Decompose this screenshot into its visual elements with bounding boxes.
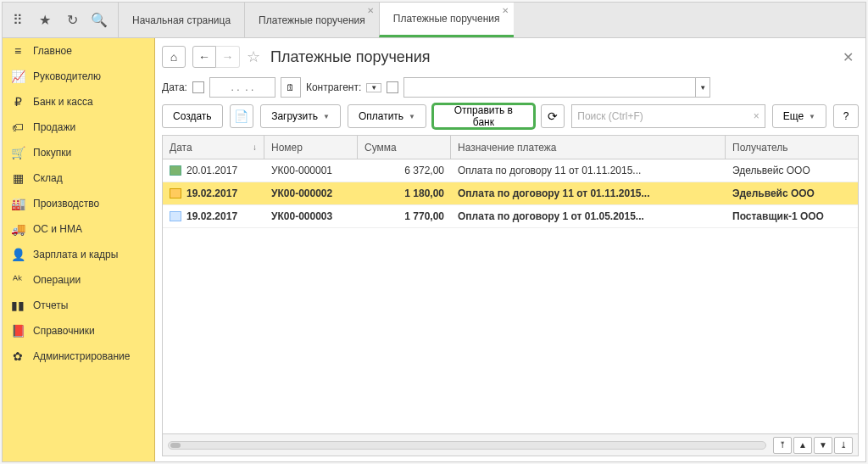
toolbar: Создать 📄 Загрузить▼ Оплатить▼ Отправить… bbox=[162, 104, 859, 128]
button-label: ? bbox=[843, 110, 849, 122]
nav-down-button[interactable]: ▼ bbox=[814, 437, 832, 454]
date-checkbox[interactable] bbox=[192, 81, 204, 93]
td-payee: Эдельвейс ООО bbox=[726, 165, 858, 176]
th-date[interactable]: Дата↓ bbox=[163, 136, 264, 159]
sidebar-item-label: Руководителю bbox=[33, 70, 101, 82]
book-icon: 📕 bbox=[11, 324, 25, 338]
sidebar-item-label: Склад bbox=[33, 172, 63, 184]
history-icon[interactable]: ↻ bbox=[62, 10, 82, 31]
status-icon bbox=[170, 165, 181, 176]
scroll-thumb[interactable] bbox=[170, 443, 181, 448]
table-footer: ⤒ ▲ ▼ ⤓ bbox=[163, 433, 858, 456]
button-label: Создать bbox=[173, 110, 212, 122]
date-input[interactable] bbox=[209, 77, 275, 98]
sidebar-item-production[interactable]: 🏭Производство bbox=[3, 191, 154, 216]
sidebar-item-manager[interactable]: 📈Руководителю bbox=[3, 64, 154, 89]
tag-icon: 🏷 bbox=[11, 120, 25, 134]
nav-up-button[interactable]: ▲ bbox=[793, 437, 812, 454]
sidebar-item-bank[interactable]: ₽Банк и касса bbox=[3, 89, 154, 115]
date-label: Дата: bbox=[162, 81, 187, 93]
more-button[interactable]: Еще▼ bbox=[772, 104, 826, 128]
close-panel-icon[interactable]: ✕ bbox=[837, 49, 859, 65]
filter-row: Дата: 🗓 Контрагент: ▼ ▼ bbox=[162, 77, 859, 98]
pay-button[interactable]: Оплатить▼ bbox=[348, 104, 426, 128]
td-number: УК00-000002 bbox=[264, 187, 358, 199]
contractor-input[interactable] bbox=[403, 77, 695, 98]
sidebar-item-label: Продажи bbox=[33, 121, 75, 133]
th-payee[interactable]: Получатель bbox=[726, 136, 858, 159]
search-input[interactable]: Поиск (Ctrl+F) × bbox=[571, 104, 765, 128]
load-button[interactable]: Загрузить▼ bbox=[260, 104, 341, 128]
contractor-type-combo[interactable]: ▼ bbox=[366, 83, 381, 92]
tab-start[interactable]: Начальная страница bbox=[118, 3, 244, 37]
help-button[interactable]: ? bbox=[833, 104, 859, 128]
td-sum: 1 180,00 bbox=[358, 187, 451, 199]
button-label: Еще bbox=[783, 110, 804, 122]
td-date: 20.01.2017 bbox=[163, 165, 264, 176]
tab-label: Платежные поручения bbox=[393, 13, 500, 25]
contractor-combo[interactable]: ▼ bbox=[403, 77, 710, 98]
truck-icon: 🚚 bbox=[11, 222, 25, 236]
tab-payments-2[interactable]: Платежные поручения ✕ bbox=[379, 3, 514, 37]
sidebar-item-reports[interactable]: ▮▮Отчеты bbox=[3, 293, 154, 318]
forward-button[interactable]: → bbox=[216, 46, 240, 68]
sidebar-item-purchases[interactable]: 🛒Покупки bbox=[3, 140, 154, 165]
send-to-bank-button[interactable]: Отправить в банк bbox=[433, 104, 534, 128]
gear-icon: ✿ bbox=[11, 349, 25, 363]
chevron-down-icon[interactable]: ▼ bbox=[695, 77, 710, 98]
contractor-label: Контрагент: bbox=[306, 81, 361, 93]
contractor-checkbox[interactable] bbox=[387, 81, 398, 93]
tab-label: Начальная страница bbox=[132, 14, 231, 26]
td-sum: 1 770,00 bbox=[358, 210, 451, 222]
status-icon bbox=[170, 211, 181, 221]
th-number[interactable]: Номер bbox=[264, 136, 358, 159]
sidebar-item-admin[interactable]: ✿Администрирование bbox=[3, 344, 154, 369]
table-row[interactable]: 19.02.2017УК00-0000031 770,00Оплата по д… bbox=[163, 205, 858, 228]
refresh-button[interactable]: ⟳ bbox=[541, 104, 565, 128]
menu-icon: ≡ bbox=[11, 44, 25, 58]
close-icon[interactable]: ✕ bbox=[367, 6, 374, 15]
td-purpose: Оплата по договору 11 от 01.11.2015... bbox=[451, 165, 726, 176]
table-row[interactable]: 20.01.2017УК00-0000016 372,00Оплата по д… bbox=[163, 159, 858, 182]
apps-icon[interactable]: ⠿ bbox=[8, 10, 28, 31]
th-purpose[interactable]: Назначение платежа bbox=[451, 136, 726, 159]
tab-payments-1[interactable]: Платежные поручения ✕ bbox=[244, 3, 379, 37]
star-icon[interactable]: ★ bbox=[35, 10, 55, 31]
th-sum[interactable]: Сумма bbox=[358, 136, 451, 159]
bars-icon: ▮▮ bbox=[11, 299, 25, 312]
calendar-button[interactable]: 🗓 bbox=[281, 77, 301, 98]
chevron-down-icon[interactable]: ▼ bbox=[366, 83, 381, 92]
header-row: ⌂ ← → ☆ Платежные поручения ✕ bbox=[162, 43, 859, 70]
nav-first-button[interactable]: ⤒ bbox=[773, 437, 792, 454]
sidebar: ≡Главное 📈Руководителю ₽Банк и касса 🏷Пр… bbox=[3, 38, 155, 461]
back-button[interactable]: ← bbox=[192, 46, 216, 68]
sidebar-item-label: Операции bbox=[33, 274, 81, 286]
close-icon[interactable]: ✕ bbox=[502, 6, 509, 15]
favorite-icon[interactable]: ☆ bbox=[247, 48, 260, 66]
th-label: Получатель bbox=[732, 142, 788, 154]
sidebar-item-label: Главное bbox=[33, 45, 72, 57]
td-payee: Поставщик-1 ООО bbox=[726, 210, 858, 222]
search-icon[interactable]: 🔍 bbox=[89, 10, 109, 31]
sidebar-item-label: Справочники bbox=[33, 325, 95, 337]
nav-last-button[interactable]: ⤓ bbox=[834, 437, 853, 454]
copy-button[interactable]: 📄 bbox=[230, 104, 254, 128]
person-icon: 👤 bbox=[11, 248, 25, 261]
th-label: Назначение платежа bbox=[458, 142, 557, 154]
sidebar-item-os-nma[interactable]: 🚚ОС и НМА bbox=[3, 216, 154, 242]
app-window: ⠿ ★ ↻ 🔍 Начальная страница Платежные пор… bbox=[2, 2, 866, 462]
button-label: Отправить в банк bbox=[444, 104, 523, 128]
status-icon bbox=[170, 188, 181, 198]
sidebar-item-main[interactable]: ≡Главное bbox=[3, 38, 154, 64]
scrollbar-horizontal[interactable] bbox=[168, 441, 766, 450]
create-button[interactable]: Создать bbox=[162, 104, 223, 128]
sidebar-item-salary[interactable]: 👤Зарплата и кадры bbox=[3, 242, 154, 267]
sidebar-item-label: Зарплата и кадры bbox=[33, 249, 118, 260]
sidebar-item-sales[interactable]: 🏷Продажи bbox=[3, 115, 154, 140]
sidebar-item-catalogs[interactable]: 📕Справочники bbox=[3, 318, 154, 344]
sidebar-item-operations[interactable]: ᴬᵏОперации bbox=[3, 267, 154, 293]
sidebar-item-warehouse[interactable]: ▦Склад bbox=[3, 165, 154, 191]
home-button[interactable]: ⌂ bbox=[162, 46, 186, 68]
clear-icon[interactable]: × bbox=[754, 110, 760, 122]
table-row[interactable]: 19.02.2017УК00-0000021 180,00Оплата по д… bbox=[163, 182, 858, 205]
